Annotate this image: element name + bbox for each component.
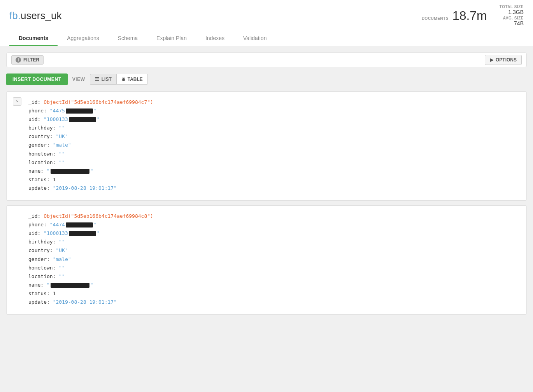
field-status: status: 1 [28,289,517,298]
tabs-nav: Documents Aggregations Schema Explain Pl… [9,31,524,46]
field-location: location: "" [28,158,517,167]
documents-value: 18.7m [452,9,487,23]
table-view-button[interactable]: ⊞ TABLE [116,74,148,85]
options-button[interactable]: ▶ OPTIONS [485,55,522,65]
field-id: _id: ObjectId("5d5eb166b4c174aef69984c8"… [28,212,517,220]
redacted-name [51,169,89,174]
field-uid: uid: "1000133" [28,115,517,124]
field-hometown: hometown: "" [28,150,517,158]
field-update: update: "2019-08-28 19:01:17" [28,298,517,306]
insert-document-button[interactable]: INSERT DOCUMENT [6,74,68,85]
avg-size-label: AVG. SIZE [500,16,524,20]
document-card: _id: ObjectId("5d5eb166b4c174aef69984c8"… [6,205,527,315]
list-view-button[interactable]: ☰ LIST [90,74,116,85]
field-gender: gender: "male" [28,141,517,149]
options-label: OPTIONS [496,57,517,63]
toolbar: INSERT DOCUMENT VIEW ☰ LIST ⊞ TABLE [0,70,533,88]
documents-stat: DOCUMENTS 18.7m [422,9,487,23]
tab-explain-plan[interactable]: Explain Plan [147,31,196,46]
table-label: TABLE [128,77,143,82]
field-birthday: birthday: "" [28,238,517,246]
field-country: country: "UK" [28,132,517,141]
documents-label: DOCUMENTS [422,16,449,21]
id-value: ObjectId("5d5eb166b4c174aef69984c8") [44,213,153,219]
id-value: ObjectId("5d5eb166b4c174aef69984c7") [44,99,153,105]
stats-area: DOCUMENTS 18.7m TOTAL SIZE 1.3GB AVG. SI… [422,5,524,26]
redacted-uid [69,231,96,236]
tab-validation[interactable]: Validation [234,31,276,46]
total-size-label: TOTAL SIZE [500,5,524,9]
filter-bar: i FILTER ▶ OPTIONS [6,52,527,67]
redacted-phone [66,108,93,114]
header-top: fb.users_uk DOCUMENTS 18.7m TOTAL SIZE 1… [9,5,524,30]
collection-prefix: fb. [9,10,21,21]
filter-label: FILTER [23,57,39,63]
field-update: update: "2019-08-28 19:01:17" [28,184,517,192]
field-hometown: hometown: "" [28,264,517,272]
documents-area: > _id: ObjectId("5d5eb166b4c174aef69984c… [0,88,533,318]
tab-aggregations[interactable]: Aggregations [58,31,109,46]
field-name: name: "" [28,281,517,289]
field-status: status: 1 [28,175,517,184]
collection-title: fb.users_uk [9,10,61,22]
field-gender: gender: "male" [28,255,517,264]
collection-name: users_uk [21,10,62,21]
filter-input[interactable] [44,57,485,63]
field-id: _id: ObjectId("5d5eb166b4c174aef69984c7"… [28,98,517,107]
header: fb.users_uk DOCUMENTS 18.7m TOTAL SIZE 1… [0,0,533,46]
redacted-name [51,283,89,288]
tab-documents[interactable]: Documents [9,31,58,46]
expand-button[interactable]: > [13,97,21,106]
field-birthday: birthday: "" [28,124,517,132]
tab-schema[interactable]: Schema [109,31,147,46]
redacted-uid [69,117,96,122]
avg-size-stat: AVG. SIZE 74B [500,16,524,26]
info-icon: i [16,57,21,63]
table-icon: ⊞ [121,77,125,82]
total-size-value: 1.3GB [500,9,524,15]
field-location: location: "" [28,272,517,281]
view-toggle: ☰ LIST ⊞ TABLE [90,74,148,85]
tab-indexes[interactable]: Indexes [196,31,234,46]
field-phone: phone: "4474" [28,220,517,229]
field-uid: uid: "1000133" [28,229,517,238]
view-label: VIEW [72,77,85,82]
options-arrow: ▶ [490,57,493,63]
field-country: country: "UK" [28,246,517,255]
avg-size-value: 74B [500,20,524,26]
filter-button[interactable]: i FILTER [11,55,44,65]
list-icon: ☰ [95,77,99,82]
redacted-phone [66,222,93,228]
list-label: LIST [102,77,112,82]
total-size-stat: TOTAL SIZE 1.3GB [500,5,524,15]
size-stats: TOTAL SIZE 1.3GB AVG. SIZE 74B [500,5,524,26]
field-name: name: "" [28,167,517,175]
document-card: > _id: ObjectId("5d5eb166b4c174aef69984c… [6,91,527,201]
field-phone: phone: "4475" [28,107,517,115]
